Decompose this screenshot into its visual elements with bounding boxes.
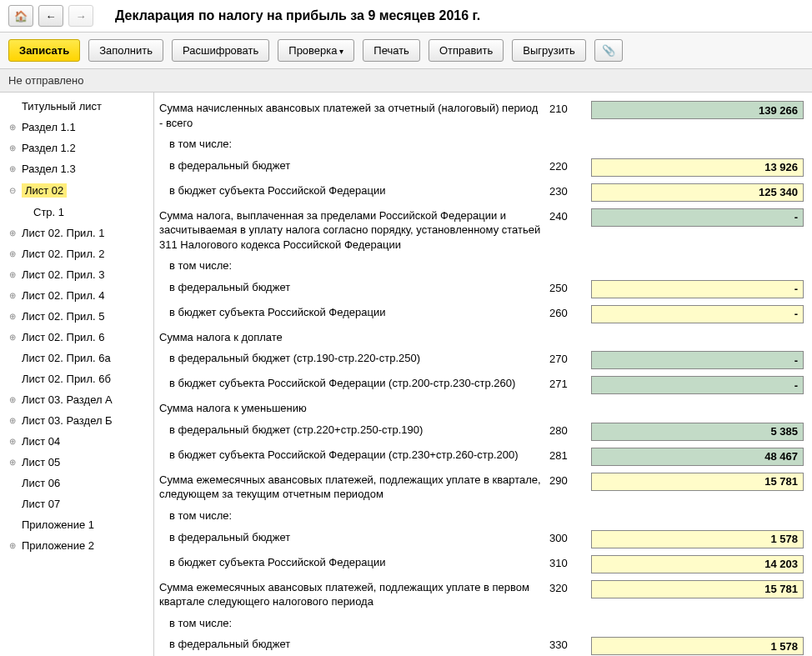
- expand-icon[interactable]: ⊕: [7, 248, 18, 260]
- expand-icon[interactable]: ⊕: [7, 311, 18, 323]
- row-code: 210: [549, 101, 591, 115]
- value-field[interactable]: [591, 473, 804, 491]
- expand-icon[interactable]: ⊕: [7, 436, 18, 448]
- expand-icon[interactable]: ⊕: [7, 143, 18, 154]
- toolbar: Записать Заполнить Расшифровать Проверка…: [0, 33, 812, 69]
- send-button[interactable]: Отправить: [429, 39, 504, 62]
- row-code: 250: [549, 280, 591, 294]
- check-button[interactable]: Проверка: [278, 39, 354, 62]
- sidebar-item-label: Приложение 2: [22, 539, 94, 552]
- value-field[interactable]: [591, 158, 804, 177]
- print-button[interactable]: Печать: [363, 39, 420, 62]
- sidebar-item-label: Лист 02. Прил. 5: [22, 310, 104, 323]
- expand-icon[interactable]: ⊕: [7, 457, 18, 468]
- expand-icon[interactable]: ⊕: [7, 540, 18, 552]
- sidebar-item[interactable]: ⊕Лист 03. Раздел А: [0, 389, 153, 410]
- sidebar-item-label: Лист 02. Прил. 6а: [22, 352, 111, 364]
- row-label: в бюджет субъекта Российской Федерации (…: [154, 376, 549, 391]
- save-button[interactable]: Записать: [8, 39, 80, 62]
- sidebar-item[interactable]: Приложение 1: [0, 514, 153, 535]
- sidebar-item-label: Лист 02: [22, 183, 67, 198]
- sidebar-item[interactable]: ⊕Лист 02. Прил. 3: [0, 264, 153, 285]
- sidebar-item-label: Раздел 1.1: [22, 121, 76, 133]
- sidebar-item[interactable]: Лист 02. Прил. 6а: [0, 348, 153, 368]
- sidebar-item[interactable]: ⊕Лист 02. Прил. 1: [0, 223, 153, 243]
- value-field[interactable]: [591, 280, 804, 298]
- row-label: Сумма ежемесячных авансовых платежей, по…: [154, 473, 549, 502]
- row-label: в том числе:: [154, 616, 804, 631]
- sidebar-item[interactable]: ⊕Раздел 1.3: [0, 158, 153, 179]
- status-bar: Не отправлено: [0, 69, 812, 93]
- export-button[interactable]: Выгрузить: [512, 39, 585, 62]
- expand-icon[interactable]: ⊕: [7, 394, 18, 406]
- value-field[interactable]: [591, 580, 804, 598]
- row-label: в федеральный бюджет: [154, 530, 549, 545]
- expand-button[interactable]: Расшифровать: [172, 39, 269, 62]
- content: Сумма начисленных авансовых платежей за …: [154, 93, 812, 656]
- sidebar-item-label: Раздел 1.2: [22, 142, 76, 154]
- form-row: в федеральный бюджет330: [154, 633, 804, 656]
- sidebar-item-label: Титульный лист: [22, 100, 102, 113]
- form-row: в федеральный бюджет250: [154, 277, 804, 302]
- value-field[interactable]: [591, 183, 804, 202]
- sidebar-item[interactable]: ⊕Раздел 1.1: [0, 117, 153, 138]
- row-label: в бюджет субъекта Российской Федерации: [154, 555, 549, 570]
- value-field[interactable]: [591, 305, 804, 323]
- row-code: 220: [549, 158, 591, 173]
- home-button[interactable]: 🏠: [8, 5, 33, 27]
- sidebar-item-child[interactable]: Стр. 1: [0, 202, 153, 223]
- sidebar-item[interactable]: ⊕Лист 05: [0, 452, 153, 473]
- value-field[interactable]: [591, 530, 804, 548]
- sidebar-item[interactable]: ⊕Лист 02. Прил. 4: [0, 285, 153, 306]
- sidebar-item[interactable]: ⊕Лист 02. Прил. 5: [0, 306, 153, 327]
- value-field[interactable]: [591, 555, 804, 573]
- form-row: Сумма ежемесячных авансовых платежей, по…: [154, 577, 804, 613]
- page-title: Декларация по налогу на прибыль за 9 мес…: [115, 8, 480, 23]
- value-field[interactable]: [591, 376, 804, 394]
- blank-icon: [7, 478, 18, 489]
- expand-icon[interactable]: ⊕: [7, 332, 18, 343]
- expand-icon[interactable]: ⊕: [7, 415, 18, 427]
- sidebar-item[interactable]: ⊖Лист 02: [0, 179, 153, 202]
- main: Титульный лист⊕Раздел 1.1⊕Раздел 1.2⊕Раз…: [0, 93, 812, 656]
- sidebar-item[interactable]: Лист 06: [0, 473, 153, 493]
- sidebar-item[interactable]: ⊕Раздел 1.2: [0, 138, 153, 158]
- row-code: 270: [549, 351, 591, 365]
- expand-icon[interactable]: ⊕: [7, 290, 18, 302]
- attach-button[interactable]: 📎: [594, 39, 623, 62]
- form-row: в бюджет субъекта Российской Федерации31…: [154, 552, 804, 577]
- row-label: в федеральный бюджет: [154, 280, 549, 295]
- sidebar-item-label: Лист 03. Раздел Б: [22, 414, 113, 427]
- sidebar-item[interactable]: Лист 02. Прил. 6б: [0, 368, 153, 389]
- expand-icon[interactable]: ⊕: [7, 122, 18, 133]
- row-label: в федеральный бюджет: [154, 637, 549, 652]
- row-code: 230: [549, 183, 591, 198]
- form-row: в федеральный бюджет300: [154, 527, 804, 552]
- sidebar-item[interactable]: ⊕Лист 03. Раздел Б: [0, 410, 153, 431]
- back-button[interactable]: ←: [38, 5, 63, 27]
- value-field[interactable]: [591, 351, 804, 369]
- form-row: в бюджет субъекта Российской Федерации23…: [154, 180, 804, 205]
- blank-icon: [7, 519, 18, 531]
- sidebar-item[interactable]: ⊕Приложение 2: [0, 535, 153, 556]
- value-field[interactable]: [591, 208, 804, 227]
- forward-button[interactable]: →: [68, 5, 93, 27]
- row-label: в бюджет субъекта Российской Федерации: [154, 305, 549, 320]
- sidebar-item[interactable]: ⊕Лист 04: [0, 431, 153, 452]
- sidebar-item[interactable]: ⊕Лист 02. Прил. 2: [0, 243, 153, 264]
- expand-icon[interactable]: ⊕: [7, 163, 18, 175]
- value-field[interactable]: [591, 423, 804, 441]
- sidebar-item[interactable]: Лист 07: [0, 493, 153, 514]
- sidebar-item[interactable]: Титульный лист: [0, 96, 153, 117]
- form-row: в бюджет субъекта Российской Федерации (…: [154, 373, 804, 398]
- row-code: 271: [549, 376, 591, 390]
- sidebar-item[interactable]: ⊕Лист 02. Прил. 6: [0, 327, 153, 348]
- sidebar-item-label: Лист 02. Прил. 1: [22, 227, 104, 239]
- collapse-icon[interactable]: ⊖: [7, 185, 18, 197]
- expand-icon[interactable]: ⊕: [7, 269, 18, 281]
- value-field[interactable]: [591, 101, 804, 119]
- fill-button[interactable]: Заполнить: [88, 39, 163, 62]
- value-field[interactable]: [591, 637, 804, 655]
- value-field[interactable]: [591, 448, 804, 466]
- expand-icon[interactable]: ⊕: [7, 228, 18, 239]
